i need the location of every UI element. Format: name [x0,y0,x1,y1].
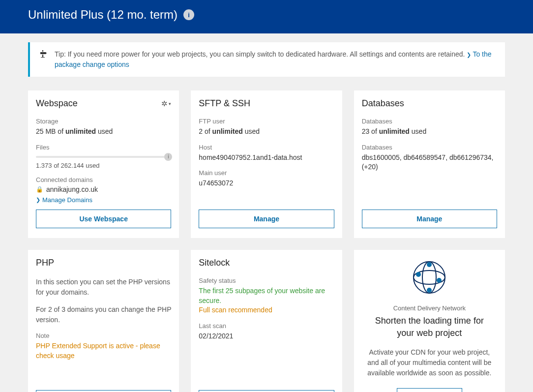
cdn-desc: Activate your CDN for your web project, … [366,347,493,378]
domain-row: 🔒 annikajung.co.uk [36,185,171,193]
cdn-subtitle: Content Delivery Network [393,304,466,312]
header-bar: Unlimited Plus (12 mo. term) i [0,0,533,33]
storage-label: Storage [36,118,171,125]
host-label: Host [199,144,334,151]
sitelock-card: Sitelock Safety status The first 25 subp… [191,250,342,392]
sitelock-title: Sitelock [199,258,230,268]
sitelock-open-button[interactable]: Open [199,390,334,392]
host-value: home490407952.1and1-data.host [199,153,334,163]
tip-banner: Tip: If you need more power for your web… [28,42,505,77]
chevron-right-icon: ❯ [36,197,40,203]
sftp-card: SFTP & SSH FTP user 2 of unlimited used … [191,90,342,238]
svg-point-5 [437,278,442,283]
ftp-user-value: 2 of unlimited used [199,127,334,137]
safety-status-label: Safety status [199,277,334,284]
webspace-card: Webspace ✲ ▾ Storage 25 MB of unlimited … [28,90,179,238]
files-value: 1.373 of 262.144 used [36,162,171,169]
last-scan-value: 02/12/2021 [199,332,334,341]
svg-point-4 [416,272,421,277]
php-note-text: PHP Extended Support is active - please … [36,341,171,361]
svg-point-6 [427,288,432,293]
tip-message: Tip: If you need more power for your web… [55,50,465,58]
progress-info-icon[interactable]: i [164,153,172,161]
cdn-title: Shorten the loading time for your web pr… [366,315,493,339]
storage-value: 25 MB of unlimited used [36,127,171,137]
chevron-right-icon: ❯ [467,52,473,58]
webspace-title: Webspace [36,98,78,109]
gear-icon[interactable]: ✲ ▾ [161,99,171,108]
databases-count-label: Databases [362,118,497,125]
use-webspace-button[interactable]: Use Webspace [36,210,171,228]
databases-card: Databases Databases 23 of unlimited used… [354,90,505,238]
databases-title: Databases [362,98,404,109]
php-card: PHP In this section you can set the PHP … [28,250,179,392]
tip-text: Tip: If you need more power for your web… [55,49,496,70]
sftp-title: SFTP & SSH [199,98,250,109]
php-title: PHP [36,258,54,268]
databases-manage-button[interactable]: Manage [362,210,497,228]
databases-count-value: 23 of unlimited used [362,127,497,137]
safety-status-green: The first 25 subpages of your website ar… [199,286,334,305]
php-desc-2: For 2 of 3 domains you can change the PH… [36,304,171,325]
page-title: Unlimited Plus (12 mo. term) [28,8,178,22]
php-note-label: Note [36,332,171,339]
svg-point-3 [427,262,432,267]
cdn-card: Content Delivery Network Shorten the loa… [354,250,505,392]
php-open-button[interactable]: Open [36,390,171,392]
manage-domains-link[interactable]: ❯ Manage Domains [36,196,171,204]
signpost-icon [39,50,47,60]
files-label: Files [36,144,171,151]
php-desc-1: In this section you can set the PHP vers… [36,277,171,298]
last-scan-label: Last scan [199,322,334,330]
files-progress: i [36,156,171,158]
ftp-user-label: FTP user [199,118,334,125]
databases-list-label: Databases [362,144,497,151]
main-user-label: Main user [199,169,334,177]
databases-list-value: dbs1600005, db646589547, db661296734, (+… [362,153,497,172]
main-user-value: u74653072 [199,179,334,188]
sftp-manage-button[interactable]: Manage [199,210,334,228]
domain-name: annikajung.co.uk [46,185,98,193]
connected-domains-label: Connected domains [36,176,171,183]
info-icon[interactable]: i [183,9,194,20]
lock-icon: 🔒 [36,186,43,193]
safety-status-orange: Full scan recommended [199,305,334,315]
network-icon [412,260,447,297]
cdn-activate-button[interactable]: Activate now [397,388,462,392]
